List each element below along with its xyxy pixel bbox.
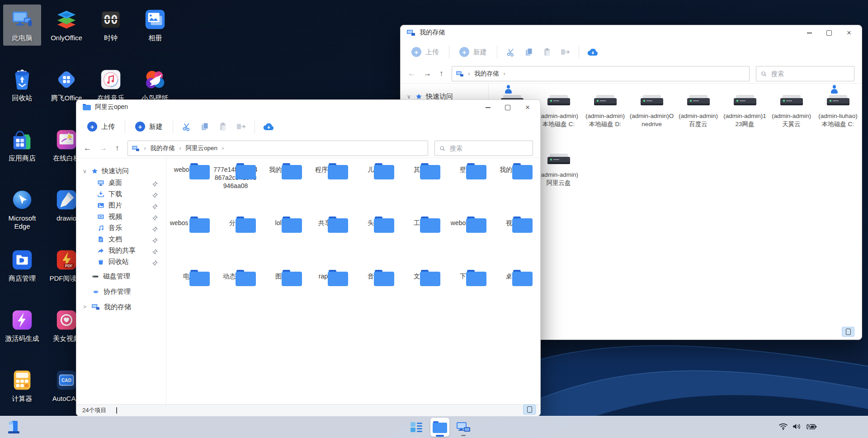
up-button[interactable]: ↑	[115, 144, 119, 153]
sidebar-item-downloads[interactable]: 下载	[76, 188, 166, 200]
maximize-button[interactable]	[819, 27, 839, 39]
upload-button[interactable]: +上传	[406, 47, 444, 57]
folder-item[interactable]: 我的工作	[259, 163, 305, 217]
search-box[interactable]	[756, 66, 854, 81]
desktop-icon-clock[interactable]: 00 时钟	[92, 5, 130, 46]
cloud-sync-button[interactable]	[584, 43, 602, 61]
titlebar[interactable]: 阿里云open ×	[76, 100, 540, 114]
forward-button[interactable]: →	[99, 144, 107, 153]
cut-button[interactable]	[178, 118, 196, 136]
paste-button[interactable]	[214, 118, 232, 136]
up-button[interactable]: ↑	[439, 69, 443, 78]
folder-item[interactable]: 文档	[397, 270, 443, 323]
titlebar[interactable]: 我的存储 ×	[401, 25, 862, 40]
sidebar-item-videos[interactable]: 视频	[76, 211, 166, 222]
folder-item[interactable]: lolzb	[259, 217, 305, 270]
maximize-button[interactable]	[498, 101, 518, 114]
cloud-sync-button[interactable]	[259, 118, 278, 136]
search-input[interactable]	[449, 144, 528, 152]
breadcrumb-item[interactable]: 阿里云open	[186, 144, 218, 152]
start-button[interactable]	[6, 419, 22, 435]
folder-item[interactable]: 壁纸	[443, 163, 489, 217]
address-bar[interactable]: › 我的存储 › 阿里云open ›	[127, 141, 429, 156]
pin-icon[interactable]	[152, 180, 158, 188]
move-button[interactable]	[556, 43, 574, 61]
forward-button[interactable]: →	[424, 69, 431, 78]
drive-item[interactable]: (admin-admin)本地磁盘 D:	[582, 85, 628, 144]
breadcrumb-item[interactable]: 我的存储	[151, 144, 175, 152]
sidebar-item-recycle-bin[interactable]: 回收站	[76, 256, 166, 268]
close-button[interactable]: ×	[839, 27, 859, 39]
pin-icon[interactable]	[152, 203, 158, 211]
back-button[interactable]: ←	[408, 69, 415, 78]
drive-item[interactable]: (admin-admin)本地磁盘 C:	[535, 85, 582, 144]
folder-item[interactable]: 程序源码	[305, 163, 351, 217]
desktop-icon-this-pc[interactable]: 此电脑	[3, 5, 41, 46]
folder-item[interactable]: 桌面	[489, 270, 535, 323]
taskbar-app-file-explorer[interactable]	[430, 418, 449, 437]
desktop-icon-microsoft-edge[interactable]: Microsoft Edge	[3, 185, 41, 234]
volume-icon[interactable]	[792, 423, 802, 432]
drive-item[interactable]: (admin-admin)123网盘	[722, 85, 768, 144]
desktop-icon-activation-code[interactable]: 激活码生成	[3, 305, 41, 346]
sidebar-quick-access[interactable]: ∨ 快速访问	[76, 165, 166, 177]
drive-item[interactable]: (admin-admin)天翼云	[768, 85, 815, 144]
folder-item[interactable]: 音乐	[351, 270, 397, 323]
view-toggle-button[interactable]	[842, 327, 854, 337]
sidebar-item-disk-manage[interactable]: 磁盘管理	[76, 269, 166, 283]
wifi-icon[interactable]	[778, 423, 788, 432]
new-button[interactable]: +新建	[130, 122, 168, 132]
sidebar-item-documents[interactable]: 文档	[76, 234, 166, 245]
sidebar-item-desktop[interactable]: 桌面	[76, 177, 166, 188]
upload-button[interactable]: +上传	[82, 122, 120, 132]
desktop-icon-store-manage[interactable]: 商店管理	[3, 245, 41, 286]
pin-icon[interactable]	[152, 192, 158, 199]
sidebar-item-pictures[interactable]: 图片	[76, 200, 166, 211]
back-button[interactable]: ←	[84, 144, 91, 153]
folder-item[interactable]: 儿童	[351, 163, 397, 217]
desktop-icon-photos[interactable]: 相册	[136, 5, 174, 46]
new-button[interactable]: +新建	[454, 47, 492, 57]
cut-button[interactable]	[502, 43, 520, 61]
taskbar-app-launcher[interactable]	[407, 418, 426, 437]
folder-item[interactable]: rapper	[305, 270, 351, 323]
drive-item[interactable]: (admin-admin)百度云	[675, 85, 722, 144]
desktop-icon-onlyoffice[interactable]: OnlyOffice	[47, 5, 85, 46]
pin-icon[interactable]	[152, 237, 158, 245]
drive-item[interactable]: (admin-admin)阿里云盘	[535, 144, 582, 203]
sidebar-item-collab-manage[interactable]: 协作管理	[76, 285, 166, 298]
taskbar-app-my-computer[interactable]	[454, 418, 473, 437]
folder-item[interactable]: 下载	[443, 270, 489, 323]
breadcrumb-item[interactable]: 我的存储	[475, 70, 499, 78]
minimize-button[interactable]	[799, 27, 819, 39]
folder-item[interactable]: 头像	[351, 217, 397, 270]
battery-icon[interactable]	[806, 423, 817, 432]
folder-item[interactable]: webos 工程图	[166, 217, 212, 270]
desktop-icon-app-store[interactable]: 应用商店	[3, 125, 41, 166]
address-bar[interactable]: › 我的存储 ›	[452, 66, 750, 81]
copy-button[interactable]	[520, 43, 538, 61]
search-box[interactable]	[434, 141, 533, 156]
sidebar-item-my-storage[interactable]: > 我的存储	[76, 300, 166, 314]
folder-item[interactable]: 其它	[397, 163, 443, 217]
move-button[interactable]	[232, 118, 250, 136]
pin-icon[interactable]	[152, 248, 158, 256]
sidebar-item-my-share[interactable]: 我的共享	[76, 245, 166, 256]
close-button[interactable]: ×	[518, 101, 538, 114]
folder-item[interactable]: 动态壁纸	[212, 270, 259, 323]
minimize-button[interactable]	[478, 101, 498, 114]
drive-item[interactable]: (admin-liuhao)本地磁盘 C:	[815, 85, 861, 144]
view-toggle-button[interactable]	[523, 405, 536, 414]
folder-item[interactable]: webos项目	[166, 163, 212, 217]
folder-item[interactable]: 视频	[489, 217, 535, 270]
copy-button[interactable]	[196, 118, 214, 136]
pin-icon[interactable]	[152, 226, 158, 233]
folder-item[interactable]: 图片	[259, 270, 305, 323]
search-input[interactable]	[770, 70, 849, 78]
folder-item[interactable]: 分享	[212, 217, 259, 270]
folder-item[interactable]: 电影	[166, 270, 212, 323]
folder-item[interactable]: 我的游戏	[489, 163, 535, 217]
folder-item[interactable]: 共享盘	[305, 217, 351, 270]
folder-item[interactable]: 工具	[397, 217, 443, 270]
sidebar-item-music[interactable]: 音乐	[76, 222, 166, 234]
